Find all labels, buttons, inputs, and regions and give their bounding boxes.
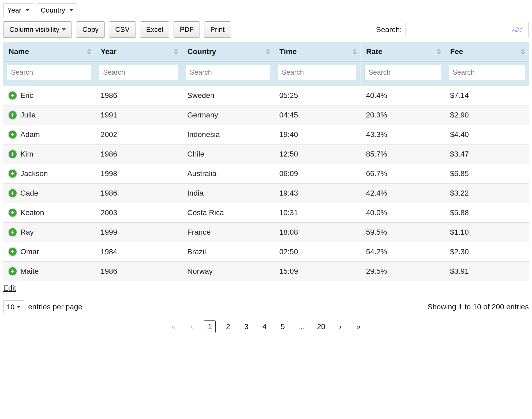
pager-page-20[interactable]: 20 (314, 320, 328, 333)
cell-time: 19:40 (274, 125, 361, 144)
column-filter-time (274, 62, 361, 86)
table-row: +Kim1986Chile12:5085.7%$3.47 (3, 144, 529, 164)
expand-row-icon[interactable]: + (9, 189, 17, 197)
column-search-year[interactable] (99, 65, 178, 80)
expand-row-icon[interactable]: + (9, 92, 17, 100)
table-row: +Keaton2003Costa Rica10:3140.0%$5.88 (3, 203, 529, 223)
search-box: Abc (406, 22, 529, 37)
cell-name: +Julia (3, 105, 95, 125)
expand-row-icon[interactable]: + (9, 228, 17, 236)
expand-row-icon[interactable]: + (9, 209, 17, 217)
pager-next[interactable]: › (335, 320, 346, 333)
export-button-group: Column visibility Copy CSV Excel PDF Pri… (3, 21, 231, 38)
cell-name: +Ray (3, 223, 95, 242)
cell-name: +Keaton (3, 203, 95, 223)
year-select-wrap: Year (3, 3, 33, 17)
pager-page-1[interactable]: 1 (204, 320, 216, 333)
pager-last[interactable]: » (353, 320, 365, 333)
sort-icon (437, 49, 441, 55)
global-search: Search: Abc (376, 22, 529, 37)
pager-first[interactable]: « (167, 320, 179, 333)
table-row: +Adam2002Indonesia19:4043.3%$4.40 (3, 125, 529, 144)
cell-rate: 66.7% (361, 164, 445, 184)
cell-time: 05:25 (274, 86, 361, 105)
cell-fee: $3.47 (445, 144, 529, 164)
expand-row-icon[interactable]: + (9, 150, 17, 158)
sort-icon (521, 49, 525, 55)
table-row: +Ray1999France18:0859.5%$1.10 (3, 223, 529, 242)
pager-page-3[interactable]: 3 (240, 320, 252, 333)
column-header-label: Rate (366, 47, 383, 56)
pager-prev[interactable]: ‹ (186, 320, 197, 333)
cell-country: Germany (182, 105, 274, 125)
copy-button[interactable]: Copy (76, 21, 105, 38)
search-input[interactable] (406, 22, 529, 37)
column-filter-year (95, 62, 182, 86)
csv-button[interactable]: CSV (109, 21, 136, 38)
pagination: «‹12345…20›» (3, 320, 529, 333)
print-button[interactable]: Print (204, 21, 231, 38)
cell-year: 1991 (95, 105, 182, 125)
column-header-time[interactable]: Time (274, 42, 361, 62)
cell-time: 02:50 (274, 242, 361, 262)
cell-year: 1986 (95, 86, 182, 105)
column-header-label: Name (9, 47, 29, 56)
cell-name: +Maite (3, 262, 95, 281)
expand-row-icon[interactable]: + (9, 131, 17, 139)
column-header-year[interactable]: Year (95, 42, 182, 62)
cell-year: 2003 (95, 203, 182, 223)
cell-name-text: Julia (20, 111, 36, 119)
expand-row-icon[interactable]: + (9, 267, 17, 275)
year-select[interactable]: Year (3, 3, 33, 17)
cell-rate: 43.3% (361, 125, 445, 144)
column-header-fee[interactable]: Fee (445, 42, 529, 62)
cell-year: 2002 (95, 125, 182, 144)
column-search-rate[interactable] (365, 65, 441, 80)
cell-fee: $2.90 (445, 105, 529, 125)
cell-rate: 59.5% (361, 223, 445, 242)
pager-page-4[interactable]: 4 (258, 320, 270, 333)
column-visibility-label: Column visibility (9, 25, 59, 34)
filter-selects: Year Country (3, 3, 529, 17)
column-search-name[interactable] (7, 65, 91, 80)
expand-row-icon[interactable]: + (9, 111, 17, 119)
cell-fee: $3.91 (445, 262, 529, 281)
cell-year: 1998 (95, 164, 182, 184)
per-page-select-wrap: 10 (3, 300, 24, 313)
cell-country: India (182, 184, 274, 203)
column-visibility-button[interactable]: Column visibility (3, 21, 72, 38)
cell-year: 1986 (95, 262, 182, 281)
cell-time: 10:31 (274, 203, 361, 223)
pdf-button[interactable]: PDF (174, 21, 200, 38)
sort-icon (353, 49, 357, 55)
cell-name-text: Omar (20, 247, 39, 256)
cell-rate: 40.4% (361, 86, 445, 105)
cell-country: Chile (182, 144, 274, 164)
column-search-time[interactable] (278, 65, 357, 80)
table-row: +Julia1991Germany04:4520.3%$2.90 (3, 105, 529, 125)
sort-icon (266, 49, 270, 55)
cell-fee: $5.88 (445, 203, 529, 223)
column-header-name[interactable]: Name (3, 42, 95, 62)
expand-row-icon[interactable]: + (9, 248, 17, 256)
pager-page-5[interactable]: 5 (277, 320, 289, 333)
toolbar: Column visibility Copy CSV Excel PDF Pri… (3, 21, 529, 38)
column-search-country[interactable] (186, 65, 270, 80)
cell-name-text: Eric (20, 91, 33, 100)
column-header-country[interactable]: Country (182, 42, 274, 62)
edit-link[interactable]: Edit (3, 284, 16, 292)
table-row: +Omar1984Brazil02:5054.2%$2.30 (3, 242, 529, 262)
column-header-label: Year (101, 47, 117, 56)
column-search-fee[interactable] (449, 65, 525, 80)
cell-country: Sweden (182, 86, 274, 105)
cell-country: France (182, 223, 274, 242)
cell-name-text: Kim (20, 150, 33, 158)
column-header-rate[interactable]: Rate (361, 42, 445, 62)
per-page-control: 10 entries per page (3, 300, 82, 313)
cell-country: Indonesia (182, 125, 274, 144)
excel-button[interactable]: Excel (140, 21, 170, 38)
pager-page-2[interactable]: 2 (222, 320, 234, 333)
per-page-select[interactable]: 10 (3, 300, 24, 313)
country-select[interactable]: Country (37, 3, 77, 17)
expand-row-icon[interactable]: + (9, 170, 17, 178)
